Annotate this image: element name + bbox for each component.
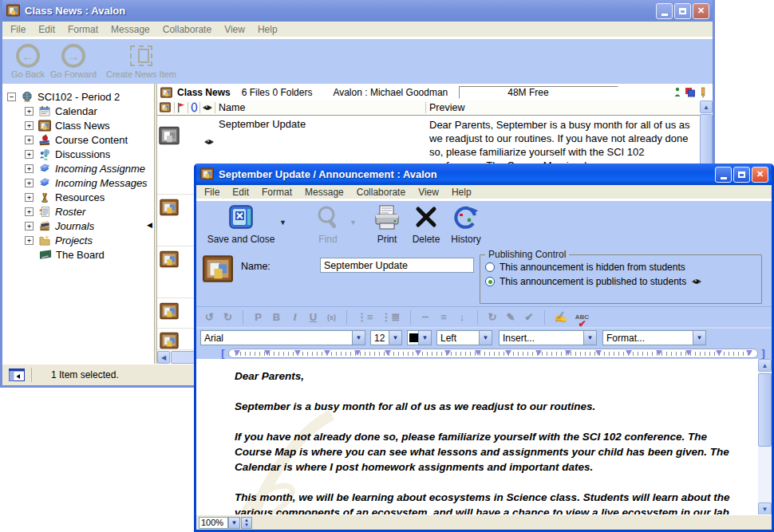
font-color-combo[interactable]: ▼ — [407, 330, 432, 345]
menu-edit[interactable]: Edit — [226, 185, 255, 199]
scrollbar-thumb[interactable] — [700, 114, 713, 170]
name-input[interactable]: September Update — [320, 258, 474, 273]
tree-item-incoming-messages[interactable]: + Incoming Messages — [25, 175, 148, 190]
maximize-button[interactable] — [733, 167, 750, 183]
menu-format[interactable]: Format — [255, 185, 298, 199]
preview-column-header[interactable]: Preview — [429, 102, 464, 113]
radio-unselected-icon[interactable] — [485, 262, 495, 272]
signature-icon[interactable]: ✍ — [555, 311, 567, 323]
chevron-down-icon[interactable]: ▼ — [479, 331, 492, 345]
tree-item-class-news[interactable]: + Class News — [25, 118, 110, 132]
revert-format-icon[interactable]: ↻ — [488, 311, 498, 323]
minimize-button[interactable] — [656, 3, 673, 19]
strike-style-icon[interactable]: (s) — [326, 313, 337, 321]
format-pen-icon[interactable]: ✎ — [506, 311, 516, 323]
ruler[interactable]: [ ] — [228, 349, 758, 358]
expand-box-icon[interactable]: + — [25, 179, 34, 187]
redo-icon[interactable]: ↻ — [223, 311, 233, 323]
zoom-spinner[interactable]: ▲▼ — [241, 517, 252, 529]
close-button[interactable]: ✕ — [693, 3, 709, 19]
announcement-body[interactable]: Dear Parents, September is a busy month … — [196, 359, 772, 515]
indent-increase-icon[interactable]: ≡ — [439, 311, 449, 323]
undo-icon[interactable]: ↺ — [204, 311, 215, 323]
spell-check-icon[interactable]: ABC✔ — [575, 313, 589, 321]
scrollbar-thumb[interactable] — [758, 373, 772, 447]
menu-collaborate[interactable]: Collaborate — [350, 185, 412, 199]
item-type-column-icon[interactable] — [160, 102, 171, 112]
menu-message[interactable]: Message — [105, 22, 156, 37]
expand-box-icon[interactable]: + — [25, 236, 34, 245]
format-combo[interactable]: Format... ▼ — [602, 330, 706, 345]
expand-box-icon[interactable]: + — [25, 193, 34, 202]
underline-icon[interactable]: U — [308, 311, 318, 323]
chevron-down-icon[interactable]: ▼ — [389, 331, 401, 345]
font-size-combo[interactable]: 12 ▼ — [370, 330, 402, 345]
zoom-chevron-icon[interactable]: ▼ — [228, 517, 240, 529]
expand-box-icon[interactable]: + — [25, 164, 34, 173]
collapse-box-icon[interactable]: − — [7, 93, 16, 101]
tree-item-projects[interactable]: + Projects — [25, 233, 93, 247]
insert-combo[interactable]: Insert... ▼ — [499, 330, 597, 345]
tree-item-incoming-assignments[interactable]: + Incoming Assignme — [25, 161, 145, 175]
numbered-list-icon[interactable]: ⋮≣ — [381, 311, 401, 323]
maximize-button[interactable] — [674, 3, 691, 19]
chevron-down-icon[interactable]: ▼ — [583, 331, 596, 345]
find-button[interactable]: Find — [306, 204, 349, 245]
italic-icon[interactable]: I — [290, 311, 300, 323]
save-dropdown-chevron[interactable]: ▼ — [279, 219, 286, 227]
scroll-up-arrow[interactable]: ▲ — [758, 359, 772, 372]
tree-item-the-board[interactable]: The Board — [39, 247, 105, 262]
create-news-item-button[interactable]: Create News Item — [98, 42, 184, 79]
flag-column-icon[interactable] — [177, 103, 185, 112]
zoom-level-combo[interactable]: 100% — [199, 517, 228, 529]
alignment-combo[interactable]: Left ▼ — [436, 330, 492, 345]
toggle-panel-icon[interactable] — [9, 368, 25, 381]
announcement-item-icon[interactable] — [160, 302, 179, 320]
scroll-left-arrow[interactable]: ◀ — [157, 351, 170, 364]
menu-collaborate[interactable]: Collaborate — [156, 22, 218, 37]
delete-button[interactable]: Delete — [407, 204, 445, 245]
announcement-item-icon[interactable] — [160, 199, 179, 216]
chevron-down-icon[interactable]: ▼ — [418, 331, 431, 345]
expand-box-icon[interactable]: + — [25, 136, 34, 144]
go-forward-button[interactable]: → Go Forward — [49, 44, 98, 79]
save-and-close-button[interactable]: Save and Close — [203, 204, 279, 245]
radio-hidden-option[interactable]: This announcement is hidden from student… — [485, 262, 761, 273]
bullet-list-icon[interactable]: ⋮≡ — [357, 311, 373, 323]
menu-message[interactable]: Message — [298, 185, 350, 199]
tree-item-roster[interactable]: + Roster — [25, 204, 85, 219]
menu-format[interactable]: Format — [61, 22, 105, 37]
go-back-button[interactable]: ← Go Back — [7, 44, 49, 79]
viewed-column-icon[interactable] — [202, 104, 213, 112]
name-column-header[interactable]: Name — [219, 102, 245, 113]
minimize-button[interactable] — [715, 167, 732, 183]
menu-help[interactable]: Help — [445, 185, 478, 199]
bold-icon[interactable]: B — [271, 311, 282, 323]
chevron-down-icon[interactable]: ▼ — [693, 331, 705, 345]
print-button[interactable]: Print — [367, 204, 407, 245]
attachment-column-icon[interactable] — [191, 102, 198, 112]
menu-view[interactable]: View — [412, 185, 445, 199]
tree-item-journals[interactable]: + Journals — [25, 219, 94, 233]
close-button[interactable]: ✕ — [752, 167, 768, 183]
tree-item-calendar[interactable]: + Calendar — [25, 104, 97, 118]
menu-help[interactable]: Help — [251, 22, 284, 37]
announcement-item-icon[interactable] — [160, 332, 179, 349]
announcement-item-icon[interactable] — [160, 250, 179, 268]
history-button[interactable]: History — [445, 204, 487, 245]
expand-box-icon[interactable]: + — [25, 150, 34, 159]
menu-file[interactable]: File — [4, 22, 32, 37]
tree-root[interactable]: − SCI102 - Period 2 — [7, 89, 120, 104]
expand-box-icon[interactable]: + — [25, 107, 34, 116]
indent-decrease-icon[interactable]: ┄ — [421, 311, 431, 323]
menu-edit[interactable]: Edit — [32, 22, 61, 37]
scroll-up-arrow[interactable]: ▲ — [700, 100, 713, 113]
font-family-combo[interactable]: Arial ▼ — [200, 330, 365, 345]
expand-box-icon[interactable]: + — [25, 121, 34, 130]
tree-item-resources[interactable]: + Resources — [25, 190, 105, 204]
expand-box-icon[interactable]: + — [25, 222, 34, 231]
expand-box-icon[interactable]: + — [25, 207, 34, 216]
tree-item-course-content[interactable]: + Course Content — [25, 132, 128, 147]
tree-item-discussions[interactable]: + Discussions — [25, 147, 110, 161]
scroll-down-arrow[interactable]: ▼ — [758, 502, 772, 515]
